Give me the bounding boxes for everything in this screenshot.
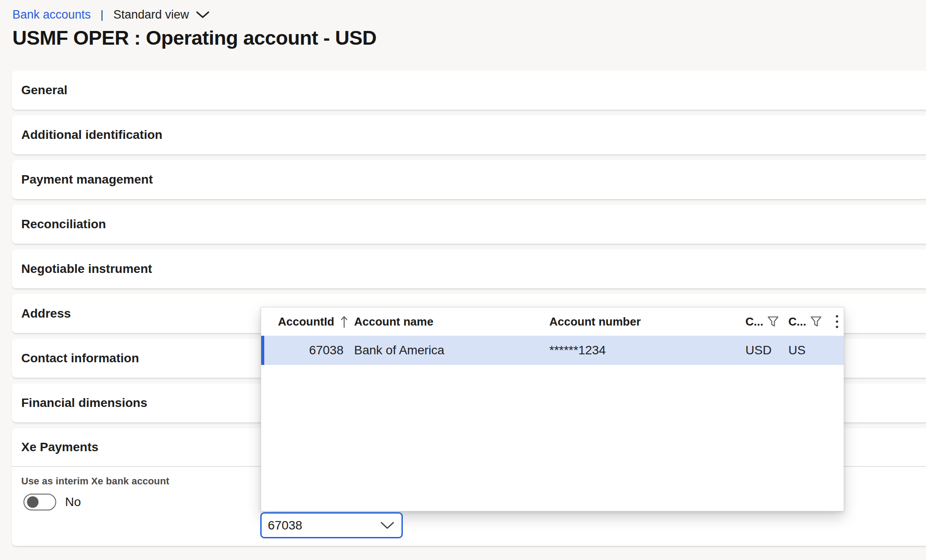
section-negotiable-instrument[interactable]: Negotiable instrument — [12, 249, 926, 288]
lookup-row-67038[interactable]: 67038 Bank of America ******1234 USD US — [261, 336, 844, 365]
column-header-account-number[interactable]: Account number — [549, 315, 743, 329]
cell-currency: USD — [743, 343, 786, 357]
cell-account-id: 67038 — [261, 343, 352, 357]
page: Bank accounts | Standard view USMF OPER … — [0, 0, 926, 560]
bank-account-lookup-input[interactable]: 67038 — [260, 512, 403, 538]
section-general[interactable]: General — [12, 71, 926, 110]
page-title: USMF OPER : Operating account - USD — [12, 27, 377, 50]
interim-xe-bank-account-toggle[interactable] — [23, 494, 56, 510]
chevron-down-icon[interactable] — [380, 522, 394, 529]
section-reconciliation[interactable]: Reconciliation — [12, 205, 926, 244]
section-payment-management[interactable]: Payment management — [12, 160, 926, 199]
view-selector[interactable]: Standard view — [113, 8, 209, 22]
toggle-knob — [27, 496, 39, 508]
view-selector-label: Standard view — [113, 8, 189, 22]
interim-xe-bank-account-label: Use as interim Xe bank account — [21, 476, 169, 487]
filter-funnel-icon[interactable] — [767, 316, 779, 327]
breadcrumb-separator: | — [100, 8, 104, 22]
cell-account-name: Bank of America — [352, 343, 549, 357]
cell-country: US — [786, 343, 830, 357]
sort-ascending-icon — [340, 315, 348, 328]
chevron-down-icon — [196, 11, 209, 19]
interim-xe-bank-account-value: No — [65, 494, 81, 510]
breadcrumb: Bank accounts | Standard view — [12, 6, 209, 23]
column-header-account-name[interactable]: Account name — [352, 315, 549, 329]
column-header-currency[interactable]: C... — [743, 315, 786, 329]
lookup-grid-header: AccountId Account name Account number C.… — [261, 307, 844, 336]
lookup-flyout: AccountId Account name Account number C.… — [261, 307, 844, 511]
column-header-country[interactable]: C... — [786, 315, 830, 329]
breadcrumb-link-bank-accounts[interactable]: Bank accounts — [12, 8, 91, 22]
filter-funnel-icon[interactable] — [810, 316, 822, 327]
section-additional-identification[interactable]: Additional identification — [12, 115, 926, 154]
grid-more-options-button[interactable] — [830, 314, 844, 329]
cell-account-number: ******1234 — [549, 343, 743, 357]
vertical-ellipsis-icon — [835, 314, 839, 329]
column-header-accountid[interactable]: AccountId — [261, 315, 352, 329]
combobox-value: 67038 — [268, 518, 302, 533]
